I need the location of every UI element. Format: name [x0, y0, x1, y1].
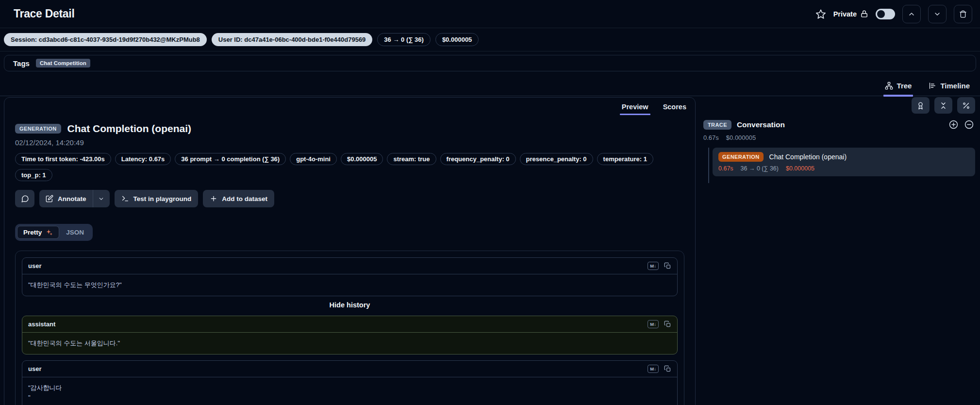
privacy-label: Private — [833, 10, 868, 18]
tab-scores[interactable]: Scores — [662, 100, 687, 115]
message-tools: M↓ — [648, 320, 671, 328]
terminal-icon — [121, 195, 129, 202]
trace-metrics: 0.67s $0.000005 — [703, 134, 975, 141]
trace-title: Conversation — [737, 120, 785, 129]
page-title: Trace Detail — [14, 7, 75, 20]
prev-trace-button[interactable] — [902, 5, 921, 23]
messages-container: user M↓ "대한민국의 수도는 무엇인가요?" Hide history … — [15, 251, 684, 405]
observation-actions: Annotate Test in playground Add to datas… — [15, 190, 684, 207]
param-badge: frequency_penalty: 0 — [440, 153, 516, 165]
markdown-toggle-icon[interactable]: M↓ — [648, 262, 659, 270]
tab-timeline-label: Timeline — [940, 82, 970, 90]
message-header: assistant M↓ — [22, 316, 677, 333]
token-usage-badge: 36 → 0 (∑ 36) — [377, 33, 431, 46]
fold-vertical-icon — [939, 101, 947, 110]
generation-node-badge: GENERATION — [718, 152, 764, 162]
tab-preview[interactable]: Preview — [621, 100, 649, 115]
hide-history-button[interactable]: Hide history — [22, 301, 678, 309]
privacy-text: Private — [833, 10, 857, 18]
copy-icon[interactable] — [664, 365, 671, 372]
trace-root-row[interactable]: TRACE Conversation — [703, 120, 975, 130]
param-badge: presence_penalty: 0 — [520, 153, 593, 165]
message-assistant: assistant M↓ "대한민국의 수도는 서울입니다." — [22, 316, 678, 354]
playground-label: Test in playground — [133, 195, 192, 202]
generation-type-badge: GENERATION — [15, 124, 61, 134]
format-toggle: Pretty JSON — [15, 224, 93, 241]
message-role: user — [28, 262, 41, 270]
annotate-button[interactable]: Annotate — [39, 190, 93, 207]
message-tools: M↓ — [648, 262, 671, 270]
edit-icon — [46, 195, 53, 202]
trace-cost: $0.000005 — [726, 134, 756, 141]
view-tabs: Tree Timeline — [0, 78, 980, 96]
trace-meta-row: Session: cd3abcd6-c81c-4037-935d-19d9f27… — [0, 28, 980, 51]
chevron-down-icon — [933, 10, 941, 18]
observation-timestamp: 02/12/2024, 14:20:49 — [15, 138, 684, 147]
trace-latency: 0.67s — [703, 134, 719, 141]
message-tools: M↓ — [648, 365, 671, 373]
message-content: "대한민국의 수도는 서울입니다." — [22, 333, 677, 354]
annotate-dropdown-button[interactable] — [93, 190, 110, 207]
tab-tree[interactable]: Tree — [883, 78, 914, 96]
tree-children: GENERATION Chat Completion (openai) 0.67… — [703, 148, 975, 176]
param-badge: $0.000005 — [341, 153, 383, 165]
json-toggle[interactable]: JSON — [59, 226, 91, 238]
message-content: "감사합니다 " — [22, 377, 677, 405]
privacy-toggle[interactable] — [876, 9, 895, 19]
param-badge: Latency: 0.67s — [115, 153, 171, 165]
lock-icon — [860, 10, 868, 18]
chevron-down-icon — [98, 196, 104, 202]
message-header: user M↓ — [22, 258, 677, 274]
param-badges-row-1: Time to first token: -423.00s Latency: 0… — [15, 153, 684, 165]
add-to-dataset-button[interactable]: Add to dataset — [203, 190, 274, 207]
message-user-1: user M↓ "대한민국의 수도는 무엇인가요?" — [22, 257, 678, 296]
node-latency: 0.67s — [718, 165, 733, 172]
percent-icon — [962, 101, 970, 110]
user-id-badge[interactable]: User ID: dc47a41e-06bc-400d-bde1-f0e440d… — [212, 33, 373, 46]
node-header: GENERATION Chat Completion (openai) — [718, 152, 969, 162]
star-icon[interactable] — [815, 9, 826, 19]
message-content: "대한민국의 수도는 무엇인가요?" — [22, 274, 677, 296]
speech-bubble-icon — [21, 195, 29, 203]
collapse-all-button[interactable] — [934, 97, 952, 114]
node-cost: $0.000005 — [786, 165, 814, 172]
pretty-toggle[interactable]: Pretty — [17, 226, 59, 239]
param-badge: Time to first token: -423.00s — [15, 153, 111, 165]
comment-button[interactable] — [15, 190, 34, 207]
circle-plus-icon[interactable] — [948, 119, 959, 130]
chevron-up-icon — [908, 10, 915, 18]
trash-icon — [959, 10, 967, 18]
tags-label: Tags — [13, 59, 30, 68]
copy-icon[interactable] — [664, 321, 671, 328]
dataset-label: Add to dataset — [222, 195, 267, 202]
top-bar-actions: Private — [815, 5, 972, 23]
tab-timeline[interactable]: Timeline — [927, 78, 971, 96]
param-badges-row-2: top_p: 1 — [15, 169, 684, 181]
observation-header: GENERATION Chat Completion (openai) — [15, 123, 684, 135]
markdown-toggle-icon[interactable]: M↓ — [648, 365, 659, 373]
next-trace-button[interactable] — [928, 5, 947, 23]
cost-badge: $0.000005 — [435, 33, 479, 46]
scores-toggle-button[interactable] — [912, 97, 930, 114]
copy-icon[interactable] — [664, 262, 671, 270]
session-badge[interactable]: Session: cd3abcd6-c81c-4037-935d-19d9f27… — [4, 33, 207, 46]
preview-tabs: Preview Scores — [621, 100, 687, 115]
param-badge: top_p: 1 — [15, 169, 52, 181]
tree-controls — [703, 97, 975, 114]
markdown-toggle-icon[interactable]: M↓ — [648, 320, 659, 328]
observation-preview-card: Preview Scores GENERATION Chat Completio… — [4, 97, 696, 405]
param-badge: gpt-4o-mini — [290, 153, 337, 165]
award-icon — [916, 101, 925, 110]
tag-chat-competition[interactable]: Chat Competition — [36, 59, 90, 68]
tree-icon — [885, 82, 893, 90]
generation-node-title: Chat Completion (openai) — [769, 153, 847, 161]
tags-row: Tags Chat Competition — [4, 55, 976, 71]
test-in-playground-button[interactable]: Test in playground — [115, 190, 199, 207]
generation-node-selected[interactable]: GENERATION Chat Completion (openai) 0.67… — [713, 148, 975, 176]
circle-minus-icon[interactable] — [964, 119, 974, 130]
toggle-knob — [877, 10, 885, 18]
delete-trace-button[interactable] — [954, 5, 972, 23]
top-bar: Trace Detail Private — [0, 0, 980, 28]
annotate-split-button: Annotate — [39, 190, 110, 207]
metrics-toggle-button[interactable] — [957, 97, 975, 114]
